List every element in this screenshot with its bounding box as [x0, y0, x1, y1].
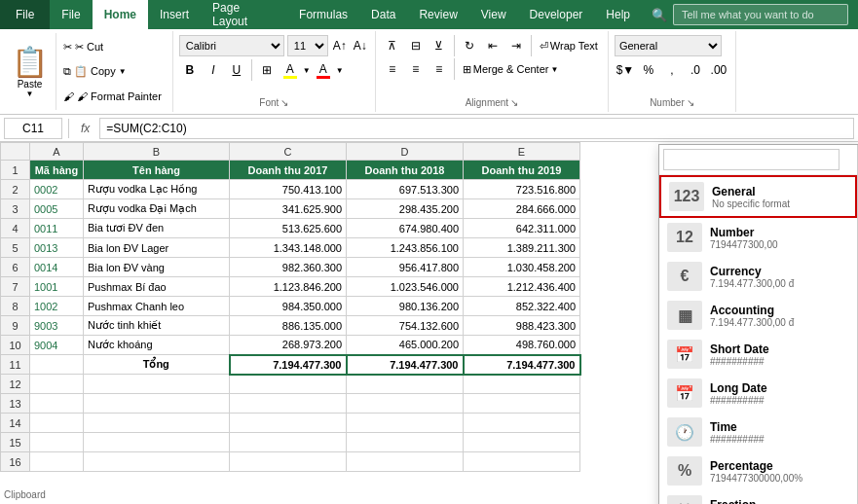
- cell[interactable]: Doanh thu 2019: [464, 161, 580, 180]
- font-size-decrease[interactable]: A↓: [352, 37, 369, 54]
- cell[interactable]: 9003: [30, 316, 84, 336]
- alignment-group-dialog-icon[interactable]: ↘: [510, 97, 518, 108]
- cell[interactable]: Bia lon ĐV vàng: [84, 258, 230, 277]
- format-item-general[interactable]: 123GeneralNo specific format: [659, 175, 857, 218]
- cell[interactable]: 1.389.211.300: [464, 238, 580, 258]
- row-header-12[interactable]: 12: [1, 375, 30, 394]
- cell[interactable]: 284.666.000: [464, 199, 580, 219]
- cell[interactable]: [30, 433, 84, 452]
- row-header-10[interactable]: 10: [1, 336, 30, 355]
- tab-data[interactable]: Data: [359, 0, 407, 29]
- format-search-input[interactable]: [663, 149, 839, 170]
- font-color-button[interactable]: A: [313, 59, 334, 81]
- number-group-dialog-icon[interactable]: ↘: [687, 97, 694, 108]
- cell[interactable]: 988.423.300: [464, 316, 580, 336]
- tab-file[interactable]: File: [50, 0, 92, 29]
- border-button[interactable]: ⊞: [256, 59, 278, 81]
- tab-page_layout[interactable]: Page Layout: [201, 0, 287, 29]
- cell[interactable]: 498.760.000: [464, 336, 580, 355]
- row-header-1[interactable]: 1: [1, 161, 30, 180]
- cell[interactable]: 298.435.200: [347, 199, 464, 219]
- cell[interactable]: [84, 433, 230, 452]
- cell[interactable]: 982.360.300: [230, 258, 347, 277]
- row-header-11[interactable]: 11: [1, 355, 30, 375]
- row-header-9[interactable]: 9: [1, 316, 30, 336]
- tab-help[interactable]: Help: [594, 0, 642, 29]
- row-header-2[interactable]: 2: [1, 180, 30, 199]
- cell[interactable]: [30, 375, 84, 394]
- cut-button[interactable]: ✂ ✂ Cut: [60, 40, 165, 54]
- cell[interactable]: 268.973.200: [230, 336, 347, 355]
- col-header-A[interactable]: A: [30, 143, 84, 161]
- underline-button[interactable]: U: [226, 59, 247, 81]
- cell[interactable]: 984.350.000: [230, 297, 347, 316]
- cell[interactable]: 341.625.900: [230, 199, 347, 219]
- text-direction-button[interactable]: ↻: [459, 35, 480, 56]
- row-header-15[interactable]: 15: [1, 433, 30, 452]
- cell[interactable]: 0013: [30, 238, 84, 258]
- paste-button[interactable]: 📋 Paste ▼: [4, 33, 56, 110]
- row-header-14[interactable]: 14: [1, 414, 30, 433]
- row-header-7[interactable]: 7: [1, 277, 30, 297]
- tab-review[interactable]: Review: [407, 0, 468, 29]
- format-item-long_date[interactable]: 📅Long Date##########: [659, 374, 857, 413]
- cell[interactable]: Pushmax Bí đao: [84, 277, 230, 297]
- fill-color-button[interactable]: A: [280, 59, 301, 81]
- format-item-number[interactable]: 12Number7194477300,00: [659, 218, 857, 257]
- cell[interactable]: 852.322.400: [464, 297, 580, 316]
- cell[interactable]: Mã hàng: [30, 161, 84, 180]
- cell[interactable]: [347, 394, 464, 414]
- cell[interactable]: Doanh thu 2017: [230, 161, 347, 180]
- row-header-13[interactable]: 13: [1, 394, 30, 414]
- cell[interactable]: Tên hàng: [84, 161, 230, 180]
- cell[interactable]: 754.132.600: [347, 316, 464, 336]
- cell[interactable]: [230, 414, 347, 433]
- accounting-format-button[interactable]: $▼: [615, 59, 636, 81]
- cell[interactable]: [464, 452, 580, 472]
- cell[interactable]: 886.135.000: [230, 316, 347, 336]
- cell[interactable]: 7.194.477.300: [347, 355, 464, 375]
- tab-formulas[interactable]: Formulas: [287, 0, 359, 29]
- cell[interactable]: [347, 452, 464, 472]
- cell[interactable]: Tổng: [84, 355, 230, 375]
- cell[interactable]: 465.000.200: [347, 336, 464, 355]
- font-size-select[interactable]: 11: [287, 35, 328, 56]
- cell[interactable]: [230, 452, 347, 472]
- cell[interactable]: 9004: [30, 336, 84, 355]
- format-item-time[interactable]: 🕐Time##########: [659, 413, 857, 451]
- cell[interactable]: 0011: [30, 219, 84, 238]
- cell[interactable]: 7.194.477.300: [230, 355, 347, 375]
- cell[interactable]: 1.212.436.400: [464, 277, 580, 297]
- align-top-button[interactable]: ⊼: [382, 35, 403, 56]
- cell[interactable]: [347, 375, 464, 394]
- cell[interactable]: 0002: [30, 180, 84, 199]
- cell[interactable]: [30, 414, 84, 433]
- cell[interactable]: 513.625.600: [230, 219, 347, 238]
- function-wizard-button[interactable]: fx: [75, 122, 95, 135]
- align-middle-button[interactable]: ⊟: [405, 35, 427, 56]
- indent-decrease-button[interactable]: ⇤: [482, 35, 504, 56]
- formula-input[interactable]: [99, 118, 854, 139]
- cell[interactable]: [464, 433, 580, 452]
- cell[interactable]: [30, 394, 84, 414]
- cell[interactable]: [464, 414, 580, 433]
- format-item-percentage[interactable]: %Percentage7194477300000,00%: [659, 451, 857, 490]
- fill-color-arrow[interactable]: ▼: [303, 66, 311, 75]
- cell[interactable]: [30, 355, 84, 375]
- row-header-4[interactable]: 4: [1, 219, 30, 238]
- col-header-E[interactable]: E: [464, 143, 580, 161]
- cell[interactable]: [347, 433, 464, 452]
- cell[interactable]: [464, 394, 580, 414]
- percent-button[interactable]: %: [638, 59, 659, 81]
- font-color-arrow[interactable]: ▼: [336, 66, 344, 75]
- row-header-6[interactable]: 6: [1, 258, 30, 277]
- cell[interactable]: 723.516.800: [464, 180, 580, 199]
- row-header-5[interactable]: 5: [1, 238, 30, 258]
- cell-reference-box[interactable]: [4, 118, 62, 139]
- col-header-D[interactable]: D: [347, 143, 464, 161]
- merge-center-arrow[interactable]: ▼: [550, 65, 558, 74]
- cell[interactable]: 1.123.846.200: [230, 277, 347, 297]
- cell[interactable]: [84, 375, 230, 394]
- cell[interactable]: Nước khoáng: [84, 336, 230, 355]
- cell[interactable]: 1.343.148.000: [230, 238, 347, 258]
